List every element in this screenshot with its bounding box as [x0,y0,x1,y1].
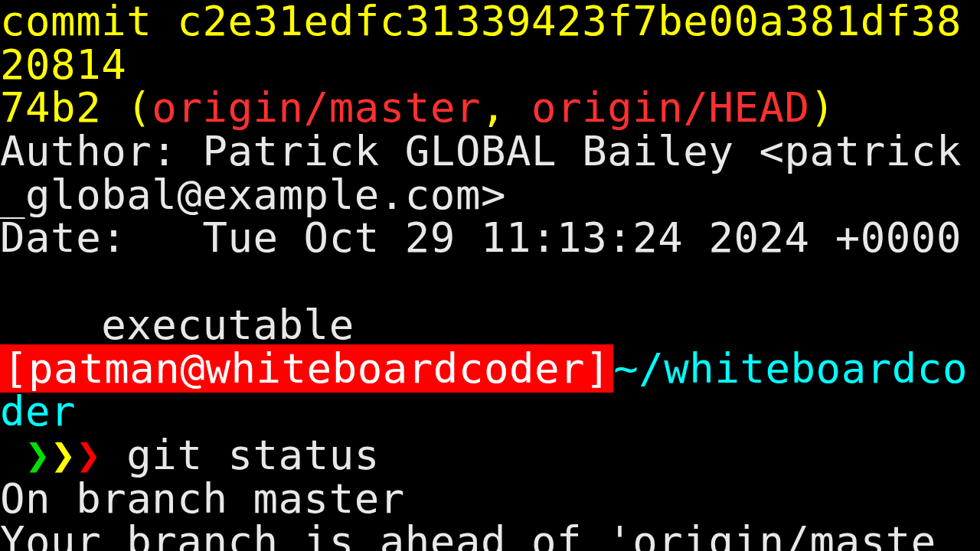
author-line: Author: Patrick GLOBAL Bailey <patrick_g… [0,127,962,219]
paren-open: ( [126,83,152,132]
status-ahead-line: Your branch is ahead of 'origin/master' … [0,517,936,551]
paren-close: ) [810,83,835,132]
prompt-arrow-icon: ❯ [51,431,76,479]
commit-message: executable [0,301,354,349]
ref-origin-head: origin/HEAD [531,83,810,132]
status-branch-line: On branch master [0,474,405,523]
ref-comma: , [481,83,531,132]
ref-origin-master: origin/master [152,83,481,132]
commit-word: commit [0,0,177,45]
date-line: Date: Tue Oct 29 11:13:24 2024 +0000 [0,214,962,262]
prompt-arrow-icon: ❯ [25,431,51,479]
space-after-hash [101,83,126,132]
commit-hash-cont: 74b2 [0,83,101,132]
command-input[interactable]: git status [101,431,380,479]
user-host-badge: [patman@whiteboardcoder] [0,344,613,393]
prompt-arrow-icon: ❯ [76,431,101,479]
terminal-output[interactable]: commit c2e31edfc31339423f7be00a381df3820… [0,0,980,551]
